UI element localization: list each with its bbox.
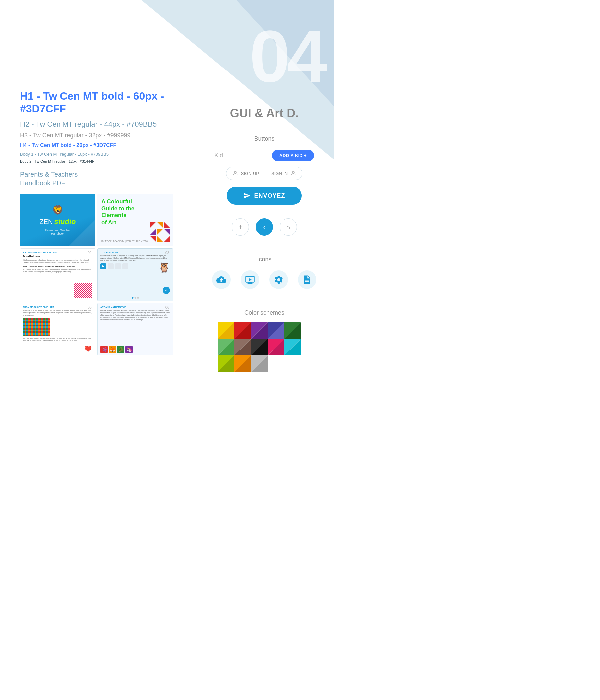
pixel-characters: 👾 🦊 🐊 🦄	[100, 346, 170, 353]
tutorial-title: TUTORIAL MODE	[100, 251, 170, 254]
kid-label: Kid	[214, 152, 223, 159]
tri-bottom-red	[234, 322, 251, 339]
color-pair-brown	[234, 339, 251, 355]
art-making-title: ART MAKING AND RELAXATION	[23, 251, 93, 254]
h2-sample: H2 - Tw Cen MT regular - 44px - #709BB5	[20, 120, 180, 129]
h4-sample: H4 - Tw Cen MT bold - 26px - #3D7CFF	[20, 142, 180, 148]
studio-text: studio	[54, 218, 76, 226]
color-schemes-divider	[208, 299, 321, 299]
inner-page-tutorial[interactable]: 03 TUTORIAL MODE Not sure how to draw an…	[97, 248, 173, 301]
home-button[interactable]: ⌂	[280, 219, 297, 236]
svg-point-0	[234, 171, 236, 173]
body1-sample: Body 1 - Tw Cen MT regular - 16px - #709…	[20, 152, 180, 157]
color-pair-cyan	[284, 339, 301, 355]
right-column: GUI & Art D. Buttons Kid ADD A KID + SIG…	[208, 106, 321, 393]
cover-thumbnail[interactable]: 🦁 ZEN studio Parent and TeacherHandbook	[20, 194, 96, 246]
tutorial-figure: 🦉	[158, 262, 170, 273]
art-book-thumbnail[interactable]: A ColourfulGuide to theElementsof Art	[97, 194, 173, 246]
svg-point-1	[292, 171, 294, 173]
gui-divider	[208, 125, 321, 125]
mosaic-body: Many pieces of art can be broken down in…	[23, 309, 93, 316]
plus-button[interactable]: +	[232, 219, 249, 236]
settings-icon	[273, 275, 284, 285]
h3-sample: H3 - Tw Cen MT regular - 32px - #999999	[20, 132, 180, 139]
page-num-05: 05	[88, 305, 92, 309]
left-column: H1 - Tw Cen MT bold - 60px - #3D7CFF H2 …	[20, 90, 180, 355]
mosaic-title: FROM MOSAIC TO PIXEL ART	[23, 306, 93, 308]
document-icon-circle	[298, 270, 316, 289]
play-screen-icon-circle	[241, 270, 259, 289]
signin-button[interactable]: SIGN-IN	[265, 167, 303, 180]
zen-studio-logo: ZEN studio	[40, 218, 76, 226]
parents-teachers-label: Parents & TeachersHandbook PDF	[20, 170, 180, 187]
heart-pixel: ❤️	[84, 345, 92, 352]
inner-page-mathematics[interactable]: 06 ART AND MATHEMATICS Linkage between a…	[97, 303, 173, 355]
mindfulness-sub: WHAT IS MINDFULNESS AND HOW TO USE IT IN…	[23, 265, 93, 267]
envoyez-button[interactable]: ENVOYEZ	[227, 186, 302, 204]
icons-row	[208, 270, 321, 289]
color-pair-purple	[251, 322, 268, 339]
cover-subtitle: Parent and TeacherHandbook	[45, 229, 71, 235]
document-icon	[302, 275, 312, 285]
settings-item	[269, 270, 288, 289]
tri-bottom-lime	[218, 355, 234, 372]
page-dots	[132, 297, 139, 299]
document-item	[298, 270, 316, 289]
check-icon: ✓	[162, 286, 170, 294]
mosaic-image	[23, 318, 50, 336]
tri-bottom-black	[251, 339, 268, 355]
color-pair-indigo	[268, 322, 284, 339]
cloud-upload-icon	[216, 275, 226, 285]
tri-bottom-lightgray	[251, 355, 268, 372]
signin-icon	[290, 170, 296, 176]
add-kid-button[interactable]: ADD A KID +	[272, 150, 314, 161]
auth-row: SIGN-UP SIGN-IN	[208, 167, 321, 180]
settings-icon-circle	[269, 270, 288, 289]
icon-buttons-row: + ‹ ⌂	[208, 219, 321, 236]
tri-bottom-orange	[234, 355, 251, 372]
mosaic-body2: More precisely, are you curious about ho…	[23, 338, 93, 342]
home-icon: ⌂	[286, 223, 290, 231]
zen-text: ZEN	[40, 218, 53, 226]
chevron-left-icon: ‹	[263, 223, 265, 231]
inner-page-mindfulness[interactable]: 02 ART MAKING AND RELAXATION Mindfulness…	[20, 248, 96, 301]
plus-icon: +	[238, 223, 242, 231]
mindfulness-body: Mindfulness means reflecting on the curr…	[23, 259, 93, 264]
signup-label: SIGN-UP	[241, 171, 259, 176]
inner-page-mosaic[interactable]: 05 FROM MOSAIC TO PIXEL ART Many pieces …	[20, 303, 96, 355]
tri-bottom-cyan	[284, 339, 301, 355]
color-triangles-container	[218, 322, 311, 372]
mindfulness-heading: Mindfulness	[23, 255, 93, 258]
send-icon	[243, 192, 251, 199]
mindfulness-art	[74, 283, 93, 298]
color-pair-pink	[268, 339, 284, 355]
tri-bottom-pink	[268, 339, 284, 355]
kid-row: Kid ADD A KID +	[208, 150, 321, 161]
tri-bottom-indigo	[268, 322, 284, 339]
signin-label: SIGN-IN	[271, 171, 288, 176]
color-pair-lime	[218, 355, 234, 372]
tri-bottom-yellow	[218, 322, 234, 339]
tri-bottom-lightgreen	[218, 339, 234, 355]
page-number-watermark: 04	[249, 20, 324, 93]
math-title: ART AND MATHEMATICS	[100, 306, 170, 308]
color-pair-black	[251, 339, 268, 355]
page-num-03: 03	[165, 251, 169, 255]
icons-divider	[208, 246, 321, 246]
signup-button[interactable]: SIGN-UP	[226, 167, 265, 180]
color-pair-yellow	[218, 322, 234, 339]
buttons-section-title: Buttons	[208, 135, 321, 142]
back-button[interactable]: ‹	[256, 219, 273, 236]
color-schemes-title: Color schemes	[208, 309, 321, 316]
cloud-upload-item	[212, 270, 231, 289]
color-pair-darkgreen	[284, 322, 301, 339]
body2-sample: Body 2 - Tw Cen MT regular - 12px - #314…	[20, 159, 180, 163]
envoyez-label: ENVOYEZ	[254, 192, 285, 199]
page-num-06: 06	[165, 305, 169, 309]
signup-icon	[232, 170, 238, 176]
tri-bottom-brown	[234, 339, 251, 355]
color-pair-lightgray	[251, 355, 268, 372]
color-pair-orange	[234, 355, 251, 372]
h1-sample: H1 - Tw Cen MT bold - 60px - #3D7CFF	[20, 90, 180, 116]
gui-title: GUI & Art D.	[208, 106, 321, 120]
